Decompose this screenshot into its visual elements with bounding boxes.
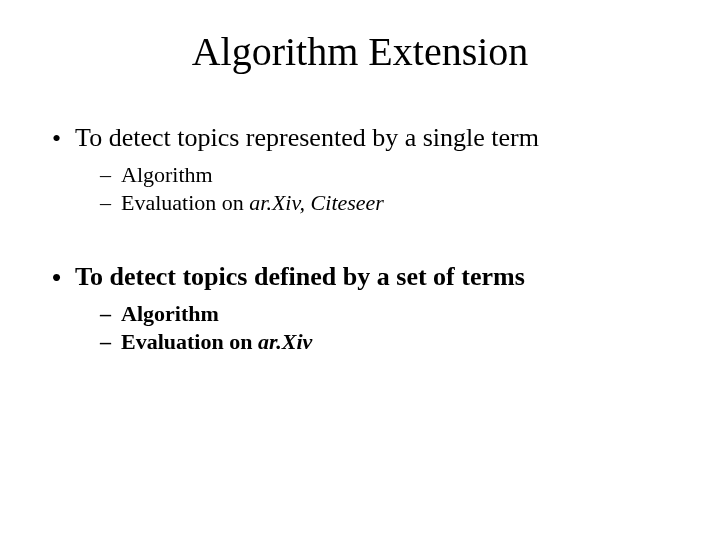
section1-sub1-text: Algorithm [121, 162, 213, 188]
section2-sub2-text: Evaluation on ar.Xiv [121, 329, 312, 355]
section2-heading: To detect topics defined by a set of ter… [75, 262, 525, 292]
bullet-dash-icon: – [100, 162, 111, 188]
bullet-section1-sub1: – Algorithm [100, 162, 680, 188]
bullet-section1-sub2: – Evaluation on ar.Xiv, Citeseer [100, 190, 680, 216]
bullet-section2: • To detect topics defined by a set of t… [52, 262, 680, 293]
bullet-section2-sub2: – Evaluation on ar.Xiv [100, 329, 680, 355]
bullet-dash-icon: – [100, 190, 111, 216]
bullet-section1: • To detect topics represented by a sing… [52, 123, 680, 154]
section1-sub2-text: Evaluation on ar.Xiv, Citeseer [121, 190, 384, 216]
section1-heading: To detect topics represented by a single… [75, 123, 539, 153]
bullet-section2-sub1: – Algorithm [100, 301, 680, 327]
bullet-dash-icon: – [100, 301, 111, 327]
section2-sub1-text: Algorithm [121, 301, 219, 327]
bullet-dash-icon: – [100, 329, 111, 355]
bullet-dot-icon: • [52, 262, 61, 293]
slide-title: Algorithm Extension [40, 28, 680, 75]
bullet-dot-icon: • [52, 123, 61, 154]
